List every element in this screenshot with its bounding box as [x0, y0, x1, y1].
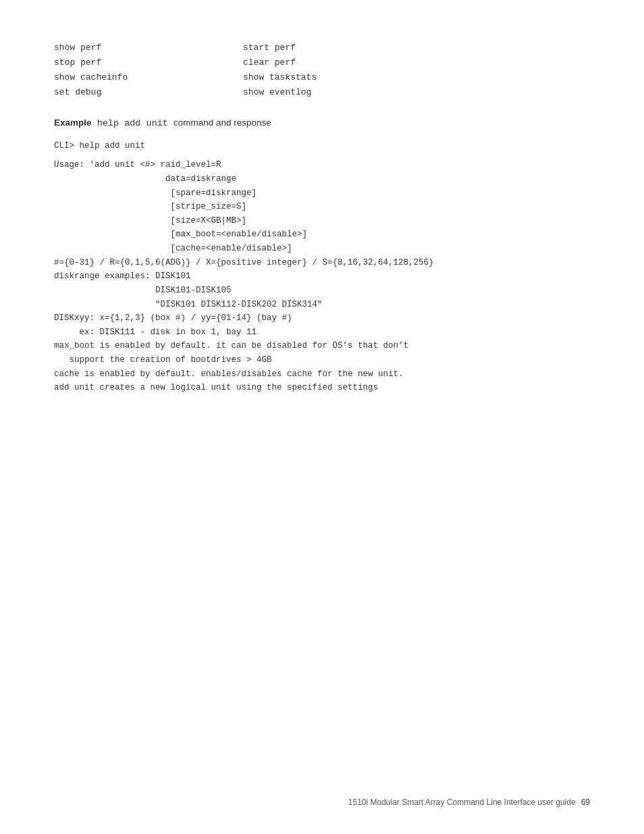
- cmd-start-perf: start perf: [243, 41, 590, 55]
- cli-prompt: CLI> help add unit: [54, 139, 590, 153]
- command-right-col: start perf clear perf show taskstats sho…: [243, 41, 590, 100]
- usage-block: Usage: 'add unit <#> raid_level=R data=d…: [54, 158, 590, 395]
- page-container: show perf stop perf show cacheinfo set d…: [0, 0, 644, 834]
- footer-page: 69: [581, 798, 590, 807]
- cmd-show-cacheinfo: show cacheinfo: [54, 70, 243, 85]
- cmd-show-taskstats: show taskstats: [243, 70, 590, 85]
- section-heading: Example help add unit command and respon…: [54, 116, 590, 130]
- cmd-clear-perf: clear perf: [243, 55, 590, 70]
- heading-normal: command and response: [173, 118, 271, 128]
- cmd-show-eventlog: show eventlog: [243, 85, 590, 100]
- cmd-show-perf: show perf: [54, 41, 243, 55]
- cmd-stop-perf: stop perf: [54, 55, 243, 70]
- footer-title: 1510i Modular Smart Array Command Line I…: [348, 798, 576, 807]
- footer-text: 1510i Modular Smart Array Command Line I…: [348, 798, 590, 807]
- heading-example: Example: [54, 118, 92, 128]
- heading-mono: help add unit: [92, 118, 174, 128]
- command-left-col: show perf stop perf show cacheinfo set d…: [54, 41, 243, 100]
- command-table: show perf stop perf show cacheinfo set d…: [54, 41, 590, 100]
- cmd-set-debug: set debug: [54, 85, 243, 100]
- footer: 1510i Modular Smart Array Command Line I…: [0, 798, 644, 807]
